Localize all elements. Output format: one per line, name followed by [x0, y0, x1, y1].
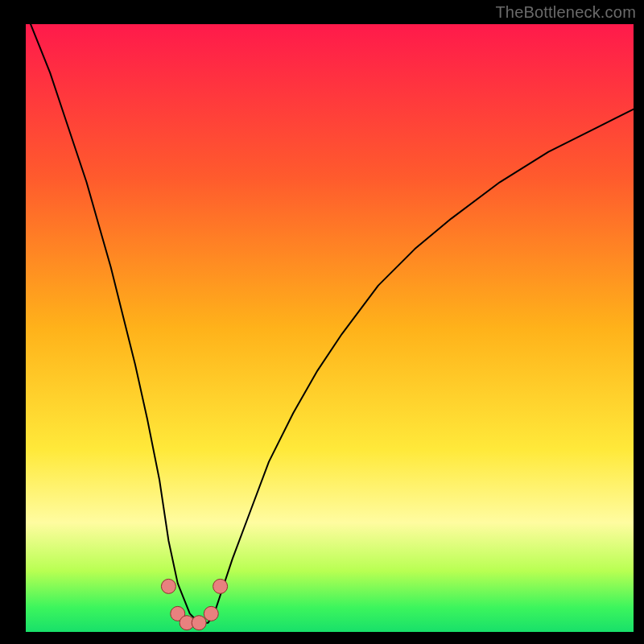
chart-svg: [0, 0, 644, 644]
curve-marker: [213, 579, 228, 593]
chart-stage: TheBottleneck.com: [0, 0, 644, 644]
curve-marker: [204, 606, 218, 621]
curve-marker: [161, 579, 175, 593]
plot-background: [26, 24, 634, 632]
curve-marker: [192, 616, 206, 630]
